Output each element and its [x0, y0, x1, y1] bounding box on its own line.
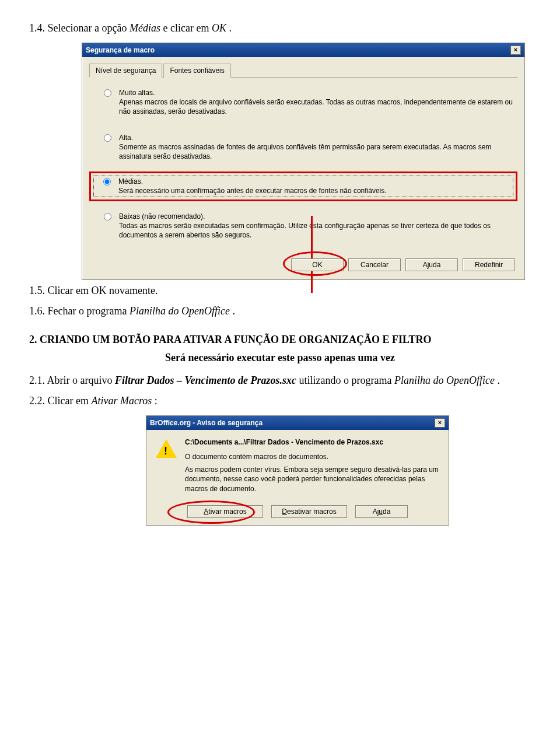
option-text: Muito altas. Apenas macros de locais de …	[119, 88, 513, 117]
step-1-5: 1.5. Clicar em OK novamente.	[29, 285, 531, 297]
radio-low[interactable]	[104, 213, 111, 220]
step-num: 1.6.	[29, 305, 48, 317]
step-num: 2.1.	[29, 374, 47, 386]
dialog-body: C:\Documents a...\Filtrar Dados - Vencim…	[146, 430, 449, 525]
step-text: Selecionar a opção	[48, 22, 130, 34]
option-high[interactable]: Alta. Somente as macros assinadas de fon…	[89, 127, 517, 167]
step-num: 2.2.	[29, 395, 48, 407]
help-button[interactable]: Ajuda	[405, 258, 458, 271]
step-text: :	[155, 395, 158, 407]
step-text: Fechar o programa	[48, 305, 130, 317]
step-1-6: 1.6. Fechar o programa Planilha do OpenO…	[29, 305, 531, 317]
step-2-1: 2.1. Abrir o arquivo Filtrar Dados – Ven…	[29, 374, 531, 387]
security-warning-dialog: BrOffice.org - Aviso de segurança × C:\D…	[146, 415, 449, 526]
step-2-2: 2.2. Clicar em Ativar Macros :	[29, 395, 531, 407]
close-icon[interactable]: ×	[510, 46, 521, 55]
help-button[interactable]: Ajuda	[355, 505, 408, 518]
section-2-subtitle: Será necessário executar este passo apen…	[29, 352, 531, 364]
step-num: 1.4.	[29, 22, 48, 34]
warning-para-1: O documento contém macros de documentos.	[185, 452, 439, 461]
option-desc: Somente as macros assinadas de fontes de…	[119, 143, 491, 160]
option-desc: Apenas macros de locais de arquivo confi…	[119, 98, 513, 116]
step-text: e clicar em	[163, 22, 211, 34]
step-italic: Ativar Macros	[91, 395, 152, 407]
macro-security-dialog: Segurança de macro × Nível de segurança …	[82, 43, 525, 280]
step-text: .	[229, 22, 232, 34]
option-desc: Todas as macros serão executadas sem con…	[119, 222, 491, 239]
reset-button[interactable]: Redefinir	[463, 258, 515, 271]
dialog-body: Nível de segurança Fontes confiáveis Mui…	[82, 57, 524, 279]
step-text: utilizando o programa	[299, 374, 394, 386]
button-row: Ativar macros Desativar macros Ajuda	[156, 505, 439, 518]
step-italic: Filtrar Dados – Vencimento de Prazos.sxc	[115, 374, 296, 386]
step-italic: Médias	[130, 22, 160, 34]
btn-rest: esativar macros	[287, 508, 337, 516]
option-text: Médias. Será necessário uma confirmação …	[118, 177, 511, 195]
option-title: Muito altas.	[119, 88, 513, 97]
warning-para-2: As macros podem conter vírus. Embora sej…	[185, 465, 439, 494]
btn-rest: tivar macros	[208, 508, 246, 516]
step-text: Clicar em	[48, 395, 92, 407]
option-very-high[interactable]: Muito altas. Apenas macros de locais de …	[89, 82, 517, 123]
step-1-4: 1.4. Selecionar a opção Médias e clicar …	[29, 22, 531, 34]
tab-trusted-sources[interactable]: Fontes confiáveis	[163, 64, 230, 78]
step-italic: Planilha do OpenOffice	[130, 305, 230, 317]
step-text: .	[497, 374, 500, 386]
option-text: Alta. Somente as macros assinadas de fon…	[119, 133, 513, 162]
radio-medium[interactable]	[103, 178, 111, 186]
warning-icon	[156, 439, 177, 458]
mnemonic: u	[379, 508, 383, 516]
option-desc: Será necessário uma confirmação antes de…	[118, 187, 387, 195]
step-italic: Planilha do OpenOffice	[394, 374, 495, 386]
dialog-title: Segurança de macro	[86, 46, 155, 54]
option-low[interactable]: Baixas (não recomendado). Todas as macro…	[89, 206, 517, 246]
mnemonic: D	[282, 508, 287, 516]
cancel-button[interactable]: Cancelar	[348, 258, 401, 271]
ok-button[interactable]: OK	[291, 258, 344, 271]
button-row: OK Cancelar Ajuda Redefinir	[89, 250, 517, 271]
radio-high[interactable]	[104, 134, 111, 142]
titlebar: Segurança de macro ×	[82, 43, 524, 57]
step-num: 1.5.	[29, 285, 48, 296]
warning-text: C:\Documents a...\Filtrar Dados - Vencim…	[185, 438, 439, 497]
step-text: Clicar em OK novamente.	[48, 285, 158, 296]
section-2-title: 2. CRIANDO UM BOTÃO PARA ATIVAR A FUNÇÃO…	[29, 334, 531, 346]
step-italic: OK	[212, 22, 226, 34]
radio-very-high[interactable]	[104, 89, 111, 97]
step-text: .	[232, 305, 235, 317]
dialog-title: BrOffice.org - Aviso de segurança	[150, 419, 262, 427]
warning-row: C:\Documents a...\Filtrar Dados - Vencim…	[156, 438, 439, 497]
disable-macros-button[interactable]: Desativar macros	[271, 505, 347, 518]
close-icon[interactable]: ×	[435, 418, 445, 428]
step-text: Abrir o arquivo	[47, 374, 115, 386]
option-title: Alta.	[119, 133, 513, 142]
option-title: Baixas (não recomendado).	[119, 212, 513, 221]
enable-macros-button[interactable]: Ativar macros	[187, 505, 263, 518]
titlebar: BrOffice.org - Aviso de segurança ×	[146, 416, 449, 430]
tab-security-level[interactable]: Nível de segurança	[89, 64, 162, 78]
file-path: C:\Documents a...\Filtrar Dados - Vencim…	[185, 438, 439, 446]
option-title: Médias.	[118, 177, 511, 186]
option-medium[interactable]: Médias. Será necessário uma confirmação …	[89, 172, 517, 201]
tabstrip: Nível de segurança Fontes confiáveis	[89, 63, 517, 78]
option-text: Baixas (não recomendado). Todas as macro…	[119, 212, 513, 240]
